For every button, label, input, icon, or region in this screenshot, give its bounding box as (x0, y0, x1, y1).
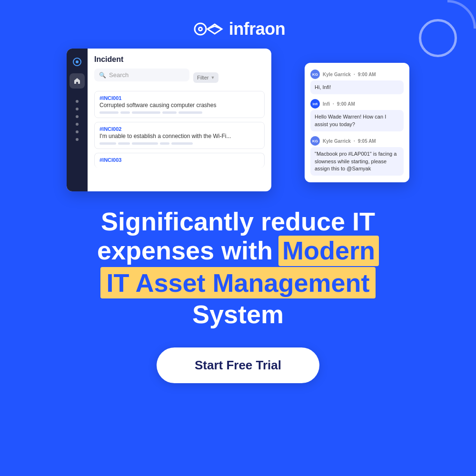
filter-dropdown[interactable]: Filter ▼ (193, 72, 218, 83)
nav-dot-5 (76, 130, 79, 133)
incident-item-1[interactable]: #INCI001 Corrupted software causing comp… (94, 91, 265, 118)
sidebar-nav (67, 49, 88, 191)
incident-id-1: #INCI001 (99, 95, 259, 101)
avatar-infi: Infi (310, 99, 320, 109)
brand-name: infraon (229, 19, 286, 39)
search-placeholder: Search (109, 71, 129, 79)
screenshots-area: Incident 🔍 Search Filter ▼ #INCI001 Corr (67, 49, 409, 196)
chat-bubble-1: Hi, Infi! (310, 80, 404, 94)
chat-sender-3: Kyle Garrick (323, 139, 351, 144)
avatar-kyle-1: KG (310, 69, 320, 79)
logo-area: infraon (191, 19, 286, 39)
logo-icon (191, 20, 224, 39)
incident-desc-1: Corrupted software causing computer cras… (99, 102, 259, 109)
chat-sender-1: Kyle Garrick (323, 72, 351, 77)
chevron-down-icon: ▼ (210, 75, 215, 80)
chat-bubble-3: "Macbook pro #LAP001" is facing a slowne… (310, 147, 404, 176)
svg-point-2 (199, 28, 201, 30)
bar-2 (120, 111, 130, 114)
incident-content: Incident 🔍 Search Filter ▼ #INCI001 Corr (88, 49, 271, 191)
chat-time-3: 9:05 AM (358, 139, 376, 144)
search-row: 🔍 Search Filter ▼ (94, 69, 265, 86)
headline-line4: System (97, 300, 379, 328)
incident-bars-2 (99, 142, 259, 145)
nav-logo (69, 54, 85, 69)
chat-sender-2: Infi (323, 101, 330, 107)
nav-home[interactable] (69, 73, 85, 89)
bar-7 (118, 142, 130, 145)
incident-bars-1 (99, 111, 259, 114)
headline-line3: IT Asset Management (100, 267, 375, 298)
search-bar[interactable]: 🔍 Search (94, 69, 189, 81)
chat-meta-3: KG Kyle Garrick · 9:05 AM (310, 136, 404, 146)
svg-point-4 (76, 60, 79, 63)
bar-9 (160, 142, 169, 145)
chat-panel: KG Kyle Garrick · 9:00 AM Hi, Infi! Infi… (305, 63, 409, 182)
headline-line3-wrapper: IT Asset Management (97, 266, 379, 298)
chat-meta-1: KG Kyle Garrick · 9:00 AM (310, 69, 404, 79)
chat-message-1: KG Kyle Garrick · 9:00 AM Hi, Infi! (310, 69, 404, 94)
bar-1 (99, 111, 119, 114)
nav-dot-6 (76, 138, 79, 141)
bar-5 (178, 111, 202, 114)
headline-modern: Modern (278, 236, 379, 266)
chat-message-3: KG Kyle Garrick · 9:05 AM "Macbook pro #… (310, 136, 404, 176)
chat-time-1: 9:00 AM (358, 72, 376, 77)
incident-item-3[interactable]: #INCI003 (94, 153, 265, 168)
incident-desc-2: I'm unable to establish a connection wit… (99, 133, 259, 139)
incident-id-2: #INCI002 (99, 126, 259, 132)
chat-message-2: Infi Infi · 9:00 AM Hello Wade Warren! H… (310, 99, 404, 131)
bar-10 (171, 142, 193, 145)
headline-line1: Significantly reduce IT (97, 208, 379, 236)
nav-dot-1 (76, 100, 79, 103)
chat-time-2: 9:00 AM (337, 101, 355, 107)
nav-dot-3 (76, 115, 79, 118)
incident-panel-title: Incident (94, 55, 265, 64)
headline-line2: expenses withModern (97, 236, 379, 266)
incident-panel: Incident 🔍 Search Filter ▼ #INCI001 Corr (67, 49, 271, 191)
chat-bubble-2: Hello Wade Warren! How can I assist you … (310, 110, 404, 131)
avatar-kyle-3: KG (310, 136, 320, 146)
start-free-trial-button[interactable]: Start Free Trial (157, 347, 319, 383)
search-icon: 🔍 (99, 72, 106, 79)
nav-dot-4 (76, 123, 79, 126)
incident-id-3: #INCI003 (99, 157, 259, 163)
page-container: infraon (0, 0, 476, 476)
filter-label: Filter (197, 75, 208, 80)
bar-8 (132, 142, 158, 145)
incident-item-2[interactable]: #INCI002 I'm unable to establish a conne… (94, 122, 265, 149)
bar-6 (99, 142, 116, 145)
headline-area: Significantly reduce IT expenses withMod… (69, 208, 407, 328)
headline-prefix: expenses with (97, 237, 273, 265)
bar-3 (132, 111, 160, 114)
chat-meta-2: Infi Infi · 9:00 AM (310, 99, 404, 109)
nav-dot-2 (76, 108, 79, 110)
bar-4 (162, 111, 177, 114)
